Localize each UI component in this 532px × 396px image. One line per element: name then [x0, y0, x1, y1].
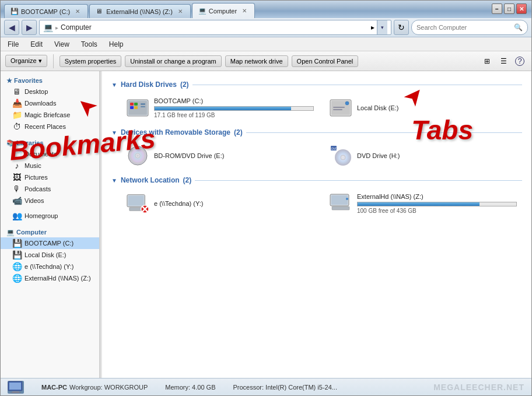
- sidebar-item-podcasts[interactable]: 🎙 Podcasts: [1, 183, 99, 195]
- dvd-h-name: DVD Drive (H:): [357, 152, 517, 159]
- drive-bdrom[interactable]: BD-ROM/DVD Drive (E:): [121, 140, 319, 171]
- drive-nas-z[interactable]: ExternalHd (\\NAS) (Z:) 100 GB free of 4…: [324, 188, 522, 219]
- help-button[interactable]: ?: [513, 54, 527, 68]
- minimize-button[interactable]: −: [492, 3, 502, 14]
- sidebar-item-desktop[interactable]: 🖥 Desktop: [1, 86, 99, 97]
- bdrom-name: BD-ROM/DVD Drive (E:): [154, 152, 314, 159]
- removable-section-header: ▼ Devices with Removable Storage (2): [111, 128, 522, 136]
- svg-rect-2: [130, 103, 134, 106]
- sidebar-item-music[interactable]: ♪ Music: [1, 160, 99, 171]
- sidebar-item-recent-places[interactable]: ⏱ Recent Places: [1, 121, 99, 132]
- podcasts-icon: 🎙: [12, 184, 22, 194]
- view-options-button[interactable]: ⊞: [480, 54, 494, 68]
- menu-view[interactable]: View: [52, 39, 72, 50]
- documents-icon: 📄: [12, 149, 22, 159]
- nas-info: ExternalHd (\\NAS) (Z:) 100 GB free of 4…: [357, 193, 517, 214]
- drive-techdna-y[interactable]: e (\\Techdna) (Y:): [121, 188, 319, 219]
- menu-bar: File Edit View Tools Help: [1, 37, 531, 51]
- tab-externalhd-label: ExternalHd (\\NAS) (Z:): [106, 8, 173, 15]
- hard-disk-section-header: ▼ Hard Disk Drives (2): [111, 80, 522, 89]
- tab-bootcamp[interactable]: 💾 BOOTCAMP (C:) ✕: [4, 4, 88, 18]
- sidebar-favorites-title[interactable]: ★ Favorites: [1, 73, 99, 86]
- drive-dvd-h[interactable]: DVD: [324, 140, 522, 171]
- bdrom-info: BD-ROM/DVD Drive (E:): [154, 152, 314, 159]
- local-disk-e-icon: 💾: [12, 250, 22, 260]
- address-box[interactable]: 💻 ▸ Computer ▸ ▾: [39, 20, 391, 35]
- sidebar-item-techdna[interactable]: 🌐 e (\\Techdna) (Y:): [1, 261, 99, 272]
- svg-point-16: [136, 155, 139, 157]
- sidebar-homegroup[interactable]: 👥 Homegroup: [1, 210, 99, 222]
- network-drives-grid: e (\\Techdna) (Y:) ExternalHd: [111, 188, 522, 219]
- svg-rect-5: [134, 106, 138, 109]
- view-toggle-button[interactable]: ☰: [496, 54, 510, 68]
- sidebar-item-bootcamp[interactable]: 💾 BOOTCAMP (C:): [1, 237, 99, 249]
- system-properties-button[interactable]: System properties: [60, 55, 122, 67]
- removable-drives-grid: BD-ROM/DVD Drive (E:) DVD: [111, 140, 522, 171]
- forward-icon: ▶: [26, 23, 33, 32]
- svg-rect-4: [130, 106, 134, 109]
- briefcase-icon: 📁: [12, 110, 22, 120]
- tab-computer-close[interactable]: ✕: [240, 7, 249, 15]
- tab-bootcamp-close[interactable]: ✕: [74, 8, 82, 16]
- techdna-icon-large: [126, 192, 149, 215]
- sidebar-item-videos[interactable]: 📹 Videos: [1, 195, 99, 206]
- tabs-bar: 💾 BOOTCAMP (C:) ✕ 🖥 ExternalHd (\\NAS) (…: [3, 3, 256, 18]
- sidebar-item-nas[interactable]: 🌐 ExternalHd (\\NAS) (Z:): [1, 272, 99, 284]
- tab-computer-icon: 💻: [198, 7, 206, 15]
- status-memory: Memory: 4.00 GB: [165, 384, 215, 391]
- organize-button[interactable]: Organize ▾: [5, 55, 47, 67]
- tab-bootcamp-icon: 💾: [10, 8, 19, 16]
- close-button[interactable]: ✕: [516, 3, 527, 14]
- sidebar-item-downloads[interactable]: 📥 Downloads: [1, 97, 99, 109]
- svg-rect-7: [141, 106, 145, 107]
- toolbar: Organize ▾ System properties Uninstall o…: [1, 51, 531, 71]
- sidebar-item-pictures[interactable]: 🖼 Pictures: [1, 171, 99, 183]
- address-dropdown[interactable]: ▾: [377, 20, 387, 34]
- svg-rect-3: [134, 103, 138, 106]
- downloads-icon: 📥: [12, 99, 22, 108]
- refresh-button[interactable]: ↻: [394, 20, 409, 35]
- desktop-icon: 🖥: [12, 87, 22, 96]
- search-icon: 🔍: [514, 23, 523, 31]
- toolbar-separator-1: [53, 54, 54, 68]
- drive-bootcamp[interactable]: BOOTCAMP (C:) 17.1 GB free of 119 GB: [121, 92, 319, 124]
- recent-icon: ⏱: [12, 122, 22, 131]
- pictures-icon: 🖼: [12, 173, 22, 182]
- status-bar: MAC-PC Workgroup: WORKGROUP Memory: 4.00…: [1, 378, 531, 395]
- sidebar-item-magic-briefcase[interactable]: 📁 Magic Briefcase: [1, 109, 99, 121]
- local-disk-e-icon-large: [329, 96, 352, 120]
- drive-local-disk-e[interactable]: Local Disk (E:): [324, 92, 522, 124]
- tab-computer[interactable]: 💻 Computer ✕: [192, 3, 255, 18]
- uninstall-button[interactable]: Uninstall or change a program: [125, 55, 221, 67]
- sidebar-item-documents[interactable]: 📄 Documents: [1, 148, 99, 160]
- techdna-info: e (\\Techdna) (Y:): [154, 200, 314, 207]
- sidebar-item-local-disk-e[interactable]: 💾 Local Disk (E:): [1, 249, 99, 261]
- nas-icon-large: [329, 192, 352, 215]
- sidebar-computer-title[interactable]: 💻 Computer: [1, 225, 99, 237]
- maximize-button[interactable]: □: [504, 3, 514, 14]
- open-control-panel-button[interactable]: Open Control Panel: [292, 55, 359, 67]
- search-box[interactable]: 🔍: [411, 20, 528, 35]
- bootcamp-drive-name: BOOTCAMP (C:): [154, 97, 314, 104]
- homegroup-icon: 👥: [12, 211, 22, 220]
- search-input[interactable]: [416, 24, 512, 31]
- window-controls: − □ ✕: [492, 3, 527, 14]
- svg-rect-33: [12, 391, 19, 393]
- back-icon: ◀: [9, 23, 15, 32]
- menu-file[interactable]: File: [5, 39, 21, 50]
- menu-edit[interactable]: Edit: [28, 39, 45, 50]
- sidebar-libraries-title[interactable]: 📚 Libraries: [1, 136, 99, 148]
- hard-disk-drives-grid: BOOTCAMP (C:) 17.1 GB free of 119 GB: [111, 92, 522, 124]
- tab-externalhd-close[interactable]: ✕: [176, 8, 184, 16]
- menu-tools[interactable]: Tools: [79, 39, 100, 50]
- nas-drive-bar-container: [357, 202, 517, 206]
- menu-help[interactable]: Help: [107, 39, 126, 50]
- tab-externalhd-icon: 🖥: [96, 8, 104, 16]
- address-path: Computer: [61, 23, 92, 31]
- tab-externalhd[interactable]: 🖥 ExternalHd (\\NAS) (Z:) ✕: [89, 4, 191, 18]
- address-icon: 💻: [43, 23, 53, 32]
- bootcamp-drive-size: 17.1 GB free of 119 GB: [154, 112, 314, 118]
- map-network-button[interactable]: Map network drive: [225, 55, 288, 67]
- forward-button[interactable]: ▶: [22, 20, 37, 35]
- back-button[interactable]: ◀: [4, 20, 19, 35]
